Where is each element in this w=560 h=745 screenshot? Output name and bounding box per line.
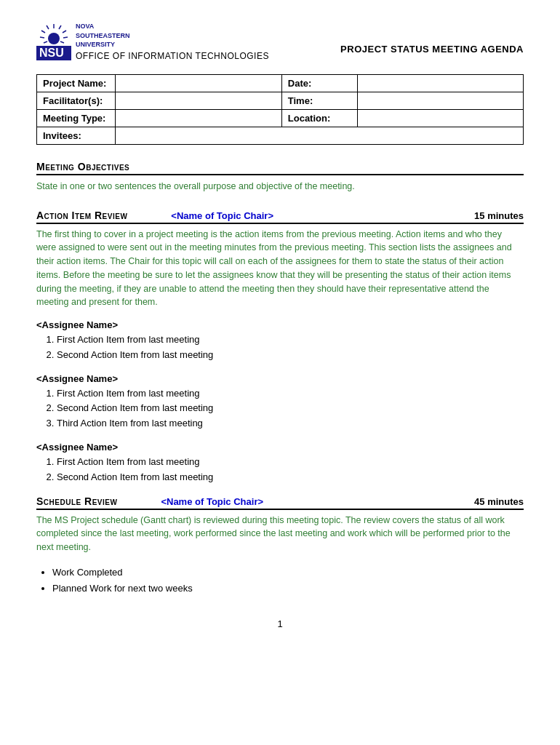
schedule-review-minutes: 45 minutes [474,496,524,507]
schedule-review-chair: <Name of Topic Chair> [161,496,263,507]
list-item: Planned Work for next two weeks [52,581,524,597]
logo-text: NOVA SOUTHEASTERN UNIVERSITY [76,22,269,49]
invitees-label: Invitees: [37,127,116,144]
assignee-2-block: <Assignee Name> First Action Item from l… [36,373,524,431]
facilitator-label: Facilitator(s): [37,92,116,109]
assignee-1-block: <Assignee Name> First Action Item from l… [36,319,524,363]
assignee-1-list: First Action Item from last meeting Seco… [57,332,524,363]
page-number: 1 [36,618,524,629]
doc-title: PROJECT STATUS MEETING AGENDA [340,22,524,55]
facilitator-value [116,92,281,109]
svg-point-9 [48,33,60,44]
assignee-2-name: <Assignee Name> [36,373,524,384]
meeting-type-label: Meeting Type: [37,109,116,127]
list-item: Second Action Item from last meeting [57,348,524,363]
svg-line-2 [63,31,66,33]
action-item-review-header: Action Item Review <Name of Topic Chair>… [36,210,524,224]
svg-line-4 [47,25,49,29]
invitees-value [116,127,524,144]
assignee-2-list: First Action Item from last meeting Seco… [57,386,524,431]
date-value [357,74,523,92]
page-header: NSU NOVA SOUTHEASTERN UNIVERSITY OFFICE … [36,22,524,61]
meeting-objectives-title: Meeting Objectives [36,161,129,172]
list-item: First Action Item from last meeting [57,332,524,348]
svg-line-6 [40,37,44,38]
location-label: Location: [281,109,357,127]
list-item: Second Action Item from last meeting [57,470,524,485]
nsu-logo-icon: NSU [36,23,71,60]
meeting-objectives-header: Meeting Objectives [36,161,524,175]
meeting-objectives-section: Meeting Objectives State in one or two s… [36,161,524,194]
assignee-1-name: <Assignee Name> [36,319,524,330]
schedule-review-description: The MS Project schedule (Gantt chart) is… [36,514,524,554]
info-table: Project Name: Date: Facilitator(s): Time… [36,74,524,145]
schedule-review-bullets: Work Completed Planned Work for next two… [52,565,524,597]
assignee-3-block: <Assignee Name> First Action Item from l… [36,442,524,485]
table-row: Project Name: Date: [37,74,524,92]
table-row: Invitees: [37,127,524,144]
list-item: Second Action Item from last meeting [57,401,524,416]
logo-area: NSU NOVA SOUTHEASTERN UNIVERSITY OFFICE … [36,22,269,61]
logo-nova: NOVA [76,22,269,31]
logo-southeastern: SOUTHEASTERN [76,31,269,41]
time-label: Time: [281,92,357,109]
list-item: First Action Item from last meeting [57,455,524,470]
action-item-review-title: Action Item Review [36,210,127,221]
assignee-3-list: First Action Item from last meeting Seco… [57,455,524,485]
project-name-value [116,74,281,92]
org-name: OFFICE OF INFORMATION TECHNOLOGIES [76,51,269,61]
svg-line-5 [41,31,45,33]
list-item: First Action Item from last meeting [57,386,524,402]
action-item-review-description: The first thing to cover in a project me… [36,228,524,310]
svg-line-3 [63,37,68,38]
meeting-objectives-description: State in one or two sentences the overal… [36,180,524,194]
action-item-review-section: Action Item Review <Name of Topic Chair>… [36,210,524,485]
action-item-review-minutes: 15 minutes [474,210,524,221]
svg-line-8 [44,41,47,43]
svg-line-7 [60,41,64,43]
list-item: Third Action Item from last meeting [57,416,524,431]
table-row: Facilitator(s): Time: [37,92,524,109]
assignee-3-name: <Assignee Name> [36,442,524,453]
table-row: Meeting Type: Location: [37,109,524,127]
svg-line-1 [59,25,61,29]
logo-university: UNIVERSITY [76,40,269,49]
schedule-review-header: Schedule Review <Name of Topic Chair> 45… [36,495,524,510]
action-item-review-chair: <Name of Topic Chair> [171,210,273,221]
meeting-type-value [116,109,281,127]
project-name-label: Project Name: [37,74,116,92]
schedule-review-title: Schedule Review [36,495,117,507]
location-value [357,109,523,127]
schedule-review-section: Schedule Review <Name of Topic Chair> 45… [36,495,524,597]
time-value [357,92,523,109]
date-label: Date: [281,74,357,92]
svg-text:NSU: NSU [39,47,64,59]
list-item: Work Completed [52,565,524,581]
